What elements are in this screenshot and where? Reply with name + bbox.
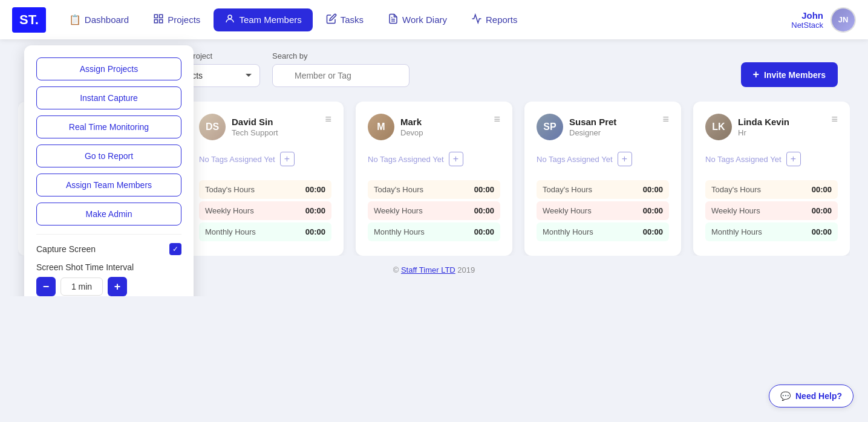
card-header-susan: SP Susan Pret Designer ≡ <box>537 114 669 140</box>
mark-monthly-row: Monthly Hours 00:00 <box>368 222 500 241</box>
capture-screen-label: Capture Screen <box>36 244 96 254</box>
card-header-linda: LK Linda Kevin Hr ≡ <box>705 114 838 140</box>
mark-hours-table: Today's Hours 00:00 Weekly Hours 00:00 M… <box>368 178 500 244</box>
susan-no-tags: No Tags Assigned Yet <box>537 155 613 164</box>
user-info[interactable]: John NetStack <box>791 10 823 30</box>
member-card-susan: SP Susan Pret Designer ≡ No Tags Assigne… <box>524 102 681 256</box>
linda-member-info: LK Linda Kevin Hr <box>705 114 789 140</box>
susan-monthly-row: Monthly Hours 00:00 <box>537 222 669 241</box>
linda-weekly-row: Weekly Hours 00:00 <box>705 201 838 220</box>
nav-item-dashboard[interactable]: 📋 Dashboard <box>58 8 140 31</box>
real-time-monitoring-button[interactable]: Real Time Monitoring <box>36 115 181 138</box>
linda-weekly-label: Weekly Hours <box>705 201 793 220</box>
linda-menu-icon[interactable]: ≡ <box>831 114 838 125</box>
dashboard-icon: 📋 <box>69 14 81 25</box>
linda-role: Hr <box>738 128 789 137</box>
member-card-mark: M Mark Devop ≡ No Tags Assigned Yet + To… <box>356 102 512 256</box>
capture-screen-row: Capture Screen ✓ <box>36 243 181 255</box>
linda-tags: No Tags Assigned Yet + <box>705 150 838 168</box>
invite-members-button[interactable]: + Invite Members <box>741 62 838 87</box>
mark-menu-icon[interactable]: ≡ <box>494 114 500 125</box>
card-header-david: DS David Sin Tech Support ≡ <box>199 114 331 140</box>
david-monthly-label: Monthly Hours <box>199 222 287 241</box>
nav-item-projects[interactable]: Projects <box>142 8 211 31</box>
svg-rect-2 <box>160 19 163 22</box>
reports-icon <box>471 13 482 27</box>
main-content: Assign Projects Instant Capture Real Tim… <box>0 39 868 296</box>
susan-menu-icon[interactable]: ≡ <box>662 114 669 125</box>
susan-weekly-value: 00:00 <box>624 201 669 220</box>
mark-today-row: Today's Hours 00:00 <box>368 180 500 199</box>
mark-member-info: M Mark Devop <box>368 114 423 140</box>
work-diary-icon <box>388 13 399 27</box>
linda-avatar: LK <box>705 114 732 140</box>
linda-add-tag[interactable]: + <box>786 152 801 166</box>
member-tag-search[interactable] <box>272 64 410 87</box>
susan-hours-table: Today's Hours 00:00 Weekly Hours 00:00 M… <box>537 178 669 244</box>
make-admin-button[interactable]: Make Admin <box>36 203 181 226</box>
divider <box>36 234 181 235</box>
assign-projects-button[interactable]: Assign Projects <box>36 57 181 80</box>
instant-capture-button[interactable]: Instant Capture <box>36 86 181 109</box>
susan-add-tag[interactable]: + <box>618 152 632 166</box>
susan-member-info: SP Susan Pret Designer <box>537 114 616 140</box>
user-org: NetStack <box>791 21 823 30</box>
card-header-mark: M Mark Devop ≡ <box>368 114 500 140</box>
search-by-label: Search by <box>272 51 410 60</box>
capture-screen-checkbox[interactable]: ✓ <box>169 243 181 255</box>
linda-hours-table: Today's Hours 00:00 Weekly Hours 00:00 M… <box>705 178 838 244</box>
susan-weekly-row: Weekly Hours 00:00 <box>537 201 669 220</box>
mark-role: Devop <box>400 128 423 137</box>
avatar[interactable]: JN <box>830 7 856 33</box>
go-to-report-button[interactable]: Go to Report <box>36 144 181 167</box>
interval-value: 1 min <box>60 278 103 296</box>
david-add-tag[interactable]: + <box>280 152 295 166</box>
mark-tags: No Tags Assigned Yet + <box>368 150 500 168</box>
susan-name: Susan Pret <box>569 117 616 127</box>
mark-info: Mark Devop <box>400 117 423 137</box>
david-menu-icon[interactable]: ≡ <box>325 114 331 125</box>
interval-decrease-button[interactable]: − <box>36 277 56 296</box>
david-today-value: 00:00 <box>287 180 331 199</box>
nav-item-work-diary[interactable]: Work Diary <box>377 8 458 31</box>
member-card-linda: LK Linda Kevin Hr ≡ No Tags Assigned Yet… <box>693 102 850 256</box>
david-name: David Sin <box>232 117 278 127</box>
linda-monthly-value: 00:00 <box>793 222 838 241</box>
projects-icon <box>153 13 164 27</box>
linda-weekly-value: 00:00 <box>793 201 838 220</box>
footer-company-link[interactable]: Staff Timer LTD <box>401 265 455 274</box>
interval-controls: − 1 min + <box>36 277 181 296</box>
david-hours-table: Today's Hours 00:00 Weekly Hours 00:00 M… <box>199 178 331 244</box>
linda-today-row: Today's Hours 00:00 <box>705 180 838 199</box>
footer-copyright: © <box>393 265 401 274</box>
mark-weekly-value: 00:00 <box>455 201 500 220</box>
susan-weekly-label: Weekly Hours <box>537 201 624 220</box>
david-role: Tech Support <box>232 128 278 137</box>
plus-icon: + <box>753 68 760 81</box>
susan-monthly-value: 00:00 <box>624 222 669 241</box>
david-tags: No Tags Assigned Yet + <box>199 150 331 168</box>
mark-monthly-label: Monthly Hours <box>368 222 455 241</box>
mark-monthly-value: 00:00 <box>455 222 500 241</box>
nav-item-team-members[interactable]: Team Members <box>214 8 312 31</box>
susan-today-value: 00:00 <box>624 180 669 199</box>
member-card-david: DS David Sin Tech Support ≡ No Tags Assi… <box>187 102 344 256</box>
linda-no-tags: No Tags Assigned Yet <box>705 155 782 164</box>
linda-monthly-row: Monthly Hours 00:00 <box>705 222 838 241</box>
susan-today-row: Today's Hours 00:00 <box>537 180 669 199</box>
avatar-placeholder: JN <box>832 8 855 31</box>
susan-role: Designer <box>569 128 616 137</box>
assign-team-members-button[interactable]: Assign Team Members <box>36 174 181 196</box>
david-today-row: Today's Hours 00:00 <box>199 180 331 199</box>
interval-increase-button[interactable]: + <box>108 277 127 296</box>
interval-label: Screen Shot Time Interval <box>36 262 181 272</box>
nav-item-tasks[interactable]: Tasks <box>315 8 374 31</box>
user-name: John <box>791 10 823 21</box>
mark-add-tag[interactable]: + <box>449 152 463 166</box>
nav-item-reports[interactable]: Reports <box>460 8 529 31</box>
interval-row: Screen Shot Time Interval − 1 min + <box>36 262 181 296</box>
susan-avatar: SP <box>537 114 563 140</box>
david-today-label: Today's Hours <box>199 180 287 199</box>
tasks-icon <box>326 13 337 27</box>
david-avatar: DS <box>199 114 226 140</box>
